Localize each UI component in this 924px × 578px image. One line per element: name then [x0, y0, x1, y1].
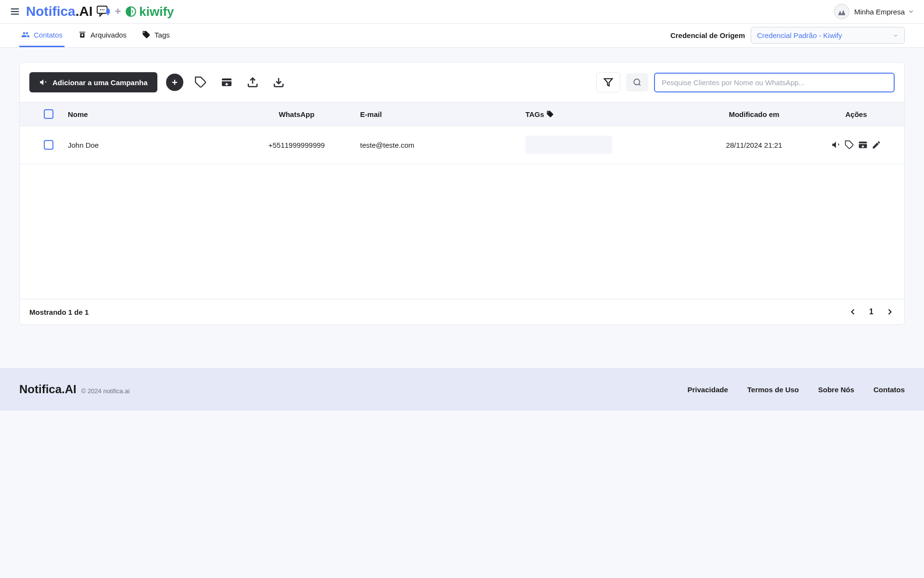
download-button[interactable] [270, 74, 287, 91]
header-name: Nome [68, 110, 233, 118]
tag-outline-icon [194, 76, 207, 89]
tab-label: Tags [154, 31, 170, 39]
megaphone-icon [39, 78, 48, 87]
users-icon [21, 30, 30, 39]
company-dropdown[interactable]: Minha Empresa [854, 8, 914, 16]
footer-left: Notifica.AI © 2024 notifica.ai [19, 383, 129, 396]
cell-actions [818, 140, 895, 150]
logo-kiwify: kiwify [125, 4, 174, 19]
tab-label: Arquivados [90, 31, 127, 39]
footer-link-privacy[interactable]: Privacidade [688, 385, 728, 394]
tab-label: Contatos [34, 31, 63, 39]
pager: 1 [848, 307, 895, 317]
main-content: Adicionar a uma Campanha [0, 48, 924, 339]
pager-prev[interactable] [848, 307, 858, 317]
avatar[interactable] [834, 4, 849, 19]
cell-modified: 28/11/2024 21:21 [691, 141, 818, 149]
row-checkbox[interactable] [44, 140, 53, 150]
showing-text: Mostrando 1 de 1 [29, 308, 89, 316]
row-campaign-icon[interactable] [831, 140, 841, 150]
header-right: Minha Empresa [834, 4, 914, 19]
chat-bell-icon [96, 4, 111, 19]
header-left: Notifica.AI + kiwify [10, 4, 174, 19]
archive-button[interactable] [218, 74, 235, 91]
add-to-campaign-button[interactable]: Adicionar a uma Campanha [29, 72, 157, 92]
archive-icon [78, 30, 87, 39]
navbar: Contatos Arquivados Tags Credencial de O… [0, 24, 924, 48]
chevron-down-icon [908, 8, 914, 15]
table-footer: Mostrando 1 de 1 1 [20, 299, 904, 324]
hamburger-menu-icon[interactable] [10, 6, 20, 17]
search-icon-box [626, 73, 648, 91]
contacts-table: Nome WhatsApp E-mail TAGs Modificado em … [20, 102, 904, 324]
header-actions: Ações [818, 110, 895, 118]
chevron-left-icon [848, 307, 858, 317]
table-header: Nome WhatsApp E-mail TAGs Modificado em … [20, 102, 904, 126]
button-label: Adicionar a uma Campanha [52, 78, 148, 87]
tab-arquivados[interactable]: Arquivados [76, 24, 128, 47]
footer-copyright: © 2024 notifica.ai [81, 387, 130, 395]
footer-links: Privacidade Termos de Uso Sobre Nós Cont… [688, 385, 905, 394]
tag-icon [546, 110, 554, 118]
table-spacer [20, 164, 904, 299]
svg-point-5 [102, 9, 103, 10]
header-modified: Modificado em [691, 110, 818, 118]
logo-group: Notifica.AI + kiwify [26, 4, 174, 19]
row-edit-icon[interactable] [872, 140, 881, 150]
plus-icon [170, 78, 179, 87]
contacts-card: Adicionar a uma Campanha [19, 62, 905, 325]
row-checkbox-col [29, 140, 68, 150]
nav-tabs: Contatos Arquivados Tags [19, 24, 172, 47]
svg-line-16 [639, 84, 640, 85]
row-tag-icon[interactable] [845, 140, 854, 150]
upload-icon [247, 77, 258, 88]
svg-marker-14 [604, 79, 613, 86]
svg-point-6 [103, 9, 104, 10]
tag-icon [142, 30, 151, 39]
svg-point-15 [634, 79, 640, 85]
cell-email: teste@teste.com [360, 141, 525, 149]
header-tags: TAGs [526, 110, 691, 118]
header-checkbox-col [29, 109, 68, 119]
credential-value: Credencial Padrão - Kiwify [757, 31, 842, 39]
table-row: John Doe +5511999999999 teste@teste.com … [20, 126, 904, 164]
header-whatsapp: WhatsApp [233, 110, 360, 118]
tab-tags[interactable]: Tags [140, 24, 172, 47]
header-email: E-mail [360, 110, 525, 118]
page-footer: Notifica.AI © 2024 notifica.ai Privacida… [0, 368, 924, 411]
company-name: Minha Empresa [854, 8, 905, 16]
top-header: Notifica.AI + kiwify Minha Empresa [0, 0, 924, 24]
footer-link-contacts[interactable]: Contatos [873, 385, 905, 394]
toolbar-right [596, 72, 895, 92]
pager-page: 1 [869, 308, 873, 316]
tab-contatos[interactable]: Contatos [19, 24, 64, 47]
upload-button[interactable] [244, 74, 261, 91]
row-archive-icon[interactable] [858, 140, 868, 150]
add-button[interactable] [166, 74, 183, 91]
card-toolbar: Adicionar a uma Campanha [20, 63, 904, 102]
select-all-checkbox[interactable] [44, 109, 53, 119]
logo-notifica: Notifica.AI [26, 4, 92, 19]
credential-label: Credencial de Origem [670, 31, 745, 39]
footer-link-terms[interactable]: Termos de Uso [747, 385, 799, 394]
pager-next[interactable] [885, 307, 895, 317]
credential-select[interactable]: Credencial Padrão - Kiwify [751, 27, 905, 44]
search-icon [633, 78, 642, 87]
cell-tags [526, 136, 691, 154]
chevron-down-icon [893, 33, 898, 39]
download-icon [273, 77, 284, 88]
filter-icon [603, 77, 613, 87]
filter-button[interactable] [596, 72, 620, 92]
toolbar-left: Adicionar a uma Campanha [29, 72, 287, 92]
nav-right: Credencial de Origem Credencial Padrão -… [670, 27, 905, 44]
svg-point-4 [100, 9, 101, 10]
search-input[interactable] [654, 73, 895, 92]
chevron-right-icon [885, 307, 895, 317]
tag-pill [526, 136, 612, 154]
cell-whatsapp: +5511999999999 [233, 141, 360, 149]
archive-down-icon [221, 77, 232, 88]
tag-button[interactable] [192, 74, 209, 91]
cell-name: John Doe [68, 141, 233, 149]
footer-logo: Notifica.AI [19, 383, 77, 396]
footer-link-about[interactable]: Sobre Nós [818, 385, 854, 394]
